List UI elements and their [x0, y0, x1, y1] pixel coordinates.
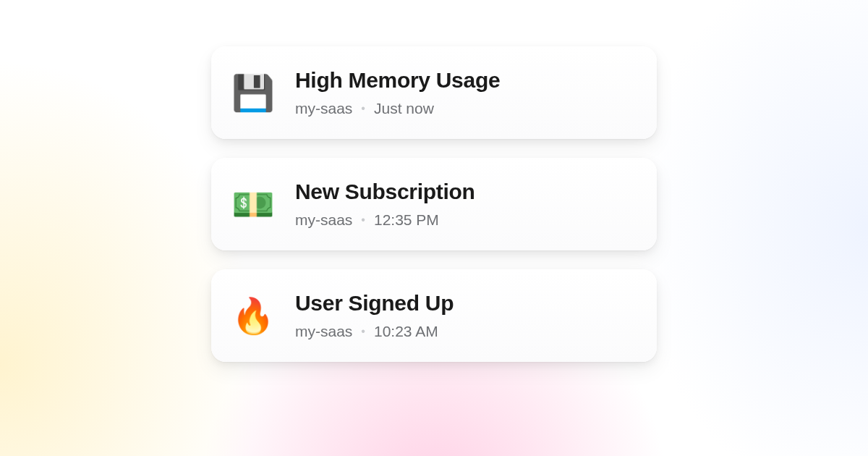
separator-dot: • [361, 325, 365, 338]
notification-time: 10:23 AM [374, 323, 438, 340]
floppy-disk-icon: 💾 [231, 71, 275, 114]
notification-subline: my-saas • 12:35 PM [295, 211, 475, 229]
notification-card[interactable]: 🔥 User Signed Up my-saas • 10:23 AM [211, 269, 657, 362]
fire-icon: 🔥 [231, 294, 275, 337]
notification-card[interactable]: 💵 New Subscription my-saas • 12:35 PM [211, 158, 657, 250]
notification-subline: my-saas • 10:23 AM [295, 323, 454, 340]
notification-card[interactable]: 💾 High Memory Usage my-saas • Just now [211, 46, 657, 139]
notification-body: High Memory Usage my-saas • Just now [295, 68, 500, 117]
notification-title: User Signed Up [295, 291, 454, 316]
notification-time: Just now [374, 100, 434, 117]
notification-body: User Signed Up my-saas • 10:23 AM [295, 291, 454, 340]
notification-subline: my-saas • Just now [295, 100, 500, 117]
notification-time: 12:35 PM [374, 211, 439, 229]
money-icon: 💵 [231, 182, 275, 226]
notifications-list: 💾 High Memory Usage my-saas • Just now 💵… [211, 46, 657, 362]
notification-project: my-saas [295, 211, 352, 229]
notification-project: my-saas [295, 100, 352, 117]
notification-project: my-saas [295, 323, 352, 340]
notification-title: High Memory Usage [295, 68, 500, 93]
notification-body: New Subscription my-saas • 12:35 PM [295, 180, 475, 229]
separator-dot: • [361, 102, 365, 115]
notification-title: New Subscription [295, 180, 475, 204]
separator-dot: • [361, 214, 365, 227]
